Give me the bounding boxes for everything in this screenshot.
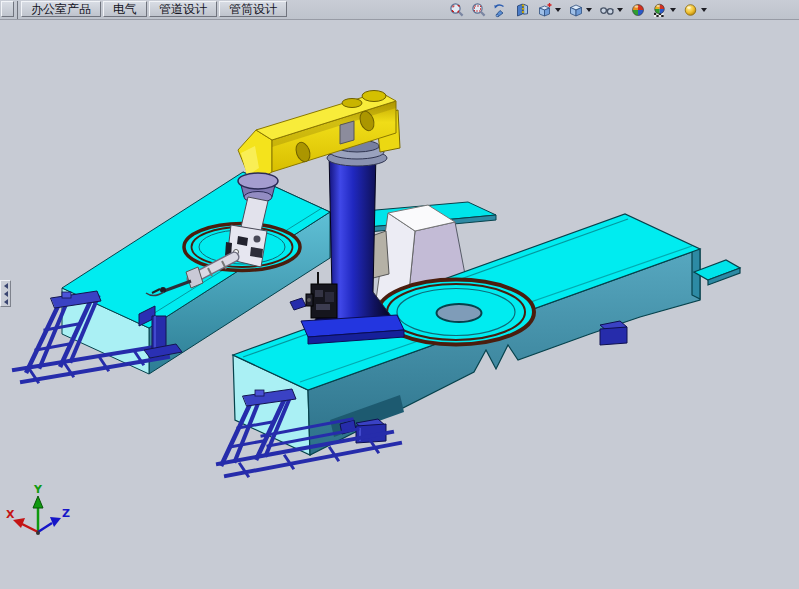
collapse-arrow-icon [4,299,8,305]
arm-gray-panel [340,121,354,144]
x-axis-arrow [13,518,25,528]
z-axis-label: Z [62,507,70,520]
z-axis-arrow [50,517,61,527]
y-axis-label: Y [33,483,43,496]
3d-model-scene: Y X Z [0,0,799,589]
collapse-arrow-icon [4,291,8,297]
y-axis-arrow [33,496,43,508]
x-axis-label: X [6,508,15,521]
graphics-area[interactable]: Y X Z [0,20,799,589]
collapse-arrow-icon [4,283,8,289]
panel-collapse-button[interactable] [0,280,11,307]
reference-triad: Y X Z [6,483,70,535]
